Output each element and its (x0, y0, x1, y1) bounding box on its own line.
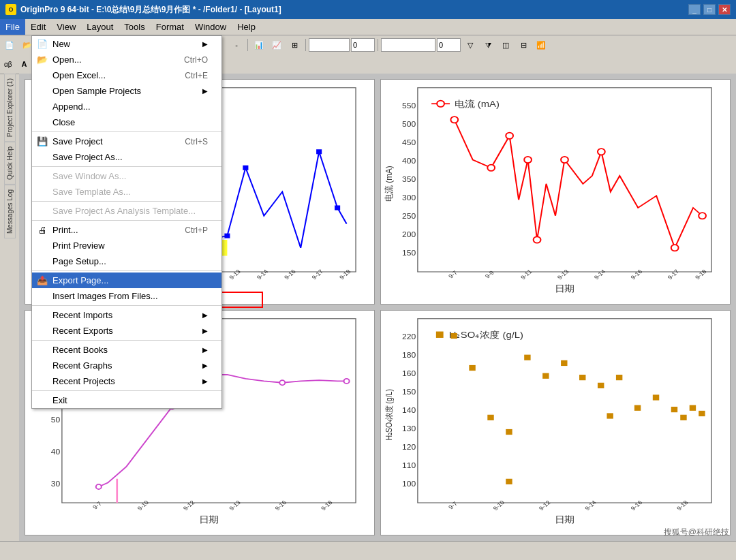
menu-append[interactable]: Append... (32, 99, 221, 114)
menu-view[interactable]: View (51, 19, 81, 35)
svg-rect-102 (524, 355, 530, 360)
menu-open-sample[interactable]: Open Sample Projects ▶ (32, 83, 221, 99)
recent-imports-label: Recent Imports (52, 310, 112, 320)
menu-open[interactable]: 📂 Open... Ctrl+O (32, 52, 221, 67)
menu-save-analysis-template[interactable]: Save Project As Analysis Template... (32, 203, 221, 219)
svg-rect-108 (616, 375, 622, 380)
close-btn[interactable]: ✕ (718, 4, 731, 15)
svg-rect-9 (224, 234, 230, 238)
svg-rect-10 (243, 166, 248, 170)
menu-save-project[interactable]: 💾 Save Project Ctrl+S (32, 134, 221, 149)
svg-rect-84 (418, 319, 711, 503)
font-box[interactable] (381, 38, 435, 52)
value-input-2[interactable] (437, 38, 461, 52)
svg-rect-107 (607, 413, 613, 418)
tb-funnel-btn[interactable]: ⧩ (480, 37, 496, 52)
svg-text:H₂SO₄浓度 (g/L): H₂SO₄浓度 (g/L) (385, 389, 394, 441)
recent-books-label: Recent Books (52, 345, 108, 355)
menu-print-preview[interactable]: Print Preview (32, 238, 221, 253)
menu-recent-projects[interactable]: Recent Projects ▶ (32, 373, 221, 389)
svg-text:350: 350 (402, 176, 416, 183)
menu-format[interactable]: Format (151, 19, 189, 35)
tb-bold-btn[interactable]: A (16, 57, 33, 72)
tb-zoom-out-btn[interactable]: - (228, 37, 245, 52)
maximize-btn[interactable]: □ (703, 4, 716, 15)
menu-layout[interactable]: Layout (81, 19, 119, 35)
menu-file[interactable]: File (0, 19, 25, 35)
svg-rect-12 (335, 205, 340, 210)
tb-extra2-btn[interactable]: ⊟ (515, 37, 532, 52)
svg-text:400: 400 (402, 157, 416, 165)
svg-text:日期: 日期 (555, 283, 575, 294)
svg-text:120: 120 (402, 444, 416, 451)
sep6 (32, 305, 221, 306)
menu-open-excel[interactable]: Open Excel... Ctrl+E (32, 67, 221, 83)
svg-rect-101 (506, 479, 512, 484)
watermark-text: 搜狐号@科研绝技 (664, 527, 729, 537)
export-icon: 📤 (36, 275, 48, 287)
tb-filter-btn[interactable]: ▽ (462, 37, 478, 52)
open-sample-label: Open Sample Projects (52, 86, 141, 96)
svg-text:日期: 日期 (199, 514, 219, 525)
value-input-1[interactable] (351, 38, 375, 52)
menu-print[interactable]: 🖨 Print... Ctrl+P (32, 222, 221, 238)
sep1 (32, 131, 221, 132)
svg-point-47 (534, 236, 541, 243)
svg-point-49 (598, 149, 605, 155)
menu-recent-exports[interactable]: Recent Exports ▶ (32, 323, 221, 339)
sidebar-quick-help[interactable]: Quick Help (4, 142, 16, 185)
tb-extra1-btn[interactable]: ◫ (497, 37, 514, 52)
menu-edit[interactable]: Edit (25, 19, 51, 35)
file-dropdown-menu: 📄 New ▶ 📂 Open... Ctrl+O Open Excel... C… (31, 35, 222, 409)
svg-text:日期: 日期 (555, 514, 575, 525)
svg-text:160: 160 (402, 370, 416, 377)
tb-extra3-btn[interactable]: 📶 (533, 37, 549, 52)
menu-window[interactable]: Window (189, 19, 232, 35)
sep5 (32, 270, 221, 271)
sidebar-project-explorer[interactable]: Project Explorer (1) (4, 74, 16, 142)
menu-help[interactable]: Help (232, 19, 261, 35)
menu-close[interactable]: Close (32, 114, 221, 130)
menu-exit[interactable]: Exit (32, 392, 221, 408)
save-analysis-label: Save Project As Analysis Template... (52, 206, 196, 216)
svg-rect-100 (506, 429, 512, 435)
svg-text:450: 450 (402, 139, 416, 146)
svg-text:220: 220 (402, 333, 416, 341)
tb-fit-btn[interactable]: ⊞ (286, 37, 303, 52)
menu-save-window-as[interactable]: Save Window As... (32, 168, 221, 184)
menu-new[interactable]: 📄 New ▶ (32, 36, 221, 52)
tb-data-btn[interactable]: 📈 (269, 37, 285, 52)
tb-new-btn[interactable]: 📄 (1, 37, 18, 52)
svg-text:300: 300 (402, 194, 416, 202)
svg-text:200: 200 (402, 231, 416, 238)
sep8 (32, 390, 221, 391)
svg-rect-110 (653, 394, 659, 400)
svg-text:电流 (mA): 电流 (mA) (383, 166, 394, 202)
menu-page-setup[interactable]: Page Setup... (32, 253, 221, 269)
recent-books-arrow: ▶ (202, 346, 208, 354)
tb-graph-btn[interactable]: 📊 (251, 37, 267, 52)
svg-text:250: 250 (402, 213, 416, 220)
svg-text:50: 50 (51, 416, 60, 424)
menu-save-template-as[interactable]: Save Template As... (32, 184, 221, 200)
menu-export-page[interactable]: 📤 Export Page... (32, 273, 221, 288)
svg-point-69 (344, 379, 350, 384)
menu-recent-books[interactable]: Recent Books ▶ (32, 342, 221, 358)
tb-sep6 (378, 39, 378, 51)
sidebar-messages-log[interactable]: Messages Log (4, 185, 16, 238)
svg-text:180: 180 (402, 352, 416, 359)
svg-point-51 (699, 213, 706, 219)
menu-recent-graphs[interactable]: Recent Graphs ▶ (32, 358, 221, 373)
menu-tools[interactable]: Tools (119, 19, 150, 35)
svg-point-31 (437, 101, 444, 107)
open-label: Open... (52, 55, 82, 65)
color-box[interactable] (309, 38, 350, 52)
excel-icon (36, 69, 48, 82)
menu-recent-imports[interactable]: Recent Imports ▶ (32, 307, 221, 323)
open-sample-arrow: ▶ (202, 87, 208, 95)
menu-save-project-as[interactable]: Save Project As... (32, 149, 221, 165)
menu-insert-images[interactable]: Insert Images From Files... (32, 288, 221, 304)
insert-images-label: Insert Images From Files... (52, 291, 158, 301)
minimize-btn[interactable]: _ (688, 4, 701, 15)
svg-text:100: 100 (402, 480, 416, 488)
